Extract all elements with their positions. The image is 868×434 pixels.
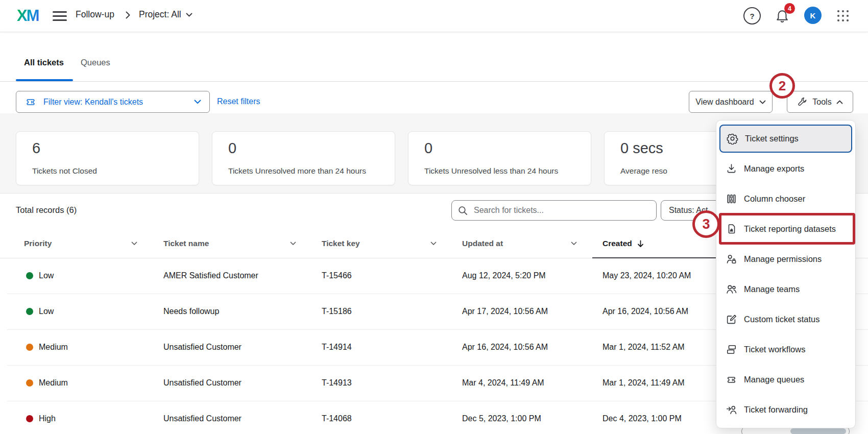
tools-button[interactable]: Tools <box>787 91 853 113</box>
ticket-key-cell: T-14068 <box>322 401 352 434</box>
annotation-step-3: 3 <box>692 210 720 238</box>
project-scope-label: Project: All <box>139 9 181 20</box>
column-label: Ticket key <box>322 239 360 248</box>
priority-cell: Medium <box>26 329 68 365</box>
ticket-name-cell: AMER Satisfied Customer <box>163 258 258 294</box>
updated-at-cell: Apr 17, 2024, 10:56 AM <box>462 294 548 329</box>
tools-menu: Ticket settings Manage exports Column ch… <box>716 120 856 428</box>
created-cell: Mar 1, 2024, 11:52 AM <box>602 329 685 365</box>
chevron-down-icon[interactable] <box>290 242 296 246</box>
column-header-ticket-key[interactable]: Ticket key <box>322 236 437 251</box>
column-header-priority[interactable]: Priority <box>24 236 137 251</box>
workflow-icon <box>726 344 737 355</box>
tools-label: Tools <box>812 98 831 107</box>
active-tab-underline <box>16 79 73 81</box>
menu-item-label: Ticket workflows <box>744 345 805 354</box>
search-icon <box>458 206 468 215</box>
menu-item-label: Manage teams <box>744 284 800 294</box>
ticket-search[interactable] <box>451 200 657 221</box>
scrollbar-thumb[interactable] <box>790 428 846 434</box>
tab-all-tickets[interactable]: All tickets <box>24 58 64 67</box>
wrench-icon <box>797 97 808 107</box>
priority-cell: High <box>26 401 56 434</box>
column-header-created[interactable]: Created <box>602 236 664 251</box>
view-dashboard-button[interactable]: View dashboard <box>689 91 773 113</box>
menu-item-manage-exports[interactable]: Manage exports <box>719 155 852 183</box>
chevron-down-icon <box>194 100 201 104</box>
priority-label: Low <box>39 271 54 280</box>
search-input[interactable] <box>473 205 650 215</box>
chevron-up-icon <box>836 100 843 104</box>
menu-item-label: Manage queues <box>744 375 804 384</box>
menu-item-custom-ticket-status[interactable]: Custom ticket status <box>719 305 852 333</box>
menu-item-ticket-reporting-datasets[interactable]: Ticket reporting datasets <box>719 215 852 243</box>
ticket-key-cell: T-15466 <box>322 258 352 294</box>
filter-view-dropdown[interactable]: Filter view: Kendall's tickets <box>16 91 210 113</box>
tab-divider <box>0 81 868 82</box>
menu-item-label: Ticket settings <box>745 134 799 143</box>
app-grid-icon[interactable] <box>836 9 850 22</box>
priority-label: Low <box>39 307 54 316</box>
project-scope-dropdown[interactable]: Project: All <box>139 9 192 20</box>
stat-label: Tickets Unresolved more than 24 hours <box>228 166 366 176</box>
ticket-name-cell: Unsatisfied Customer <box>163 401 242 434</box>
priority-cell: Medium <box>26 365 68 401</box>
menu-item-label: Ticket reporting datasets <box>744 224 836 234</box>
chevron-down-icon[interactable] <box>571 242 577 246</box>
column-label: Created <box>602 239 632 248</box>
menu-item-label: Manage permissions <box>744 254 822 264</box>
top-bar: XM Follow-up Project: All ? 4 K <box>0 0 868 32</box>
view-dashboard-label: View dashboard <box>695 98 754 107</box>
gear-icon <box>727 133 738 144</box>
sort-desc-icon <box>637 240 644 248</box>
ticket-icon <box>25 97 37 107</box>
priority-label: Medium <box>39 378 68 388</box>
menu-item-ticket-settings[interactable]: Ticket settings <box>719 125 852 153</box>
ticket-name-cell: Unsatisfied Customer <box>163 329 242 365</box>
menu-item-ticket-forwarding[interactable]: Ticket forwarding <box>719 396 852 424</box>
tab-queues[interactable]: Queues <box>81 58 110 67</box>
priority-cell: Low <box>26 258 54 294</box>
column-header-ticket-name[interactable]: Ticket name <box>163 236 296 251</box>
created-cell: May 23, 2024, 10:20 AM <box>602 258 691 294</box>
stat-card: 0 Tickets Unresolved less than 24 hours <box>408 131 591 185</box>
column-label: Updated at <box>462 239 503 248</box>
stat-label: Average reso <box>620 166 667 176</box>
download-icon <box>726 163 737 175</box>
chevron-down-icon <box>759 100 766 104</box>
updated-at-cell: Mar 4, 2024, 11:49 AM <box>462 365 544 401</box>
report-doc-icon <box>726 223 737 235</box>
updated-at-cell: Apr 16, 2024, 10:56 AM <box>462 329 548 365</box>
ticket-icon <box>726 374 737 385</box>
reset-filters-link[interactable]: Reset filters <box>217 97 260 106</box>
menu-item-label: Ticket forwarding <box>744 405 808 415</box>
help-icon[interactable]: ? <box>743 7 761 25</box>
stat-card: 0 Tickets Unresolved more than 24 hours <box>212 131 395 185</box>
edit-icon <box>726 314 737 325</box>
priority-dot-icon <box>26 415 33 422</box>
menu-item-manage-queues[interactable]: Manage queues <box>719 366 852 394</box>
ticket-key-cell: T-15186 <box>322 294 352 329</box>
menu-item-column-chooser[interactable]: Column chooser <box>719 185 852 213</box>
created-cell: Mar 1, 2024, 11:49 AM <box>602 365 685 401</box>
menu-item-label: Custom ticket status <box>744 315 820 324</box>
avatar[interactable]: K <box>804 7 822 24</box>
priority-dot-icon <box>26 272 33 279</box>
menu-item-manage-teams[interactable]: Manage teams <box>719 275 852 303</box>
priority-label: Medium <box>39 343 68 352</box>
forward-person-icon <box>726 404 737 416</box>
person-lock-icon <box>726 253 737 265</box>
menu-item-ticket-workflows[interactable]: Ticket workflows <box>719 335 852 364</box>
created-cell: Dec 4, 2023, 1:00 PM <box>602 401 682 434</box>
column-header-updated-at[interactable]: Updated at <box>462 236 577 251</box>
menu-item-manage-permissions[interactable]: Manage permissions <box>719 245 852 273</box>
chevron-down-icon[interactable] <box>430 242 437 246</box>
notification-badge: 4 <box>784 3 795 14</box>
filter-view-label: Filter view: Kendall's tickets <box>43 98 194 107</box>
hamburger-menu-icon[interactable] <box>53 11 67 21</box>
chevron-down-icon[interactable] <box>131 242 137 246</box>
breadcrumb-project[interactable]: Follow-up <box>76 9 114 20</box>
menu-item-label: Manage exports <box>744 164 804 174</box>
stat-label: Tickets Unresolved less than 24 hours <box>424 166 558 176</box>
menu-item-label: Column chooser <box>744 194 805 204</box>
